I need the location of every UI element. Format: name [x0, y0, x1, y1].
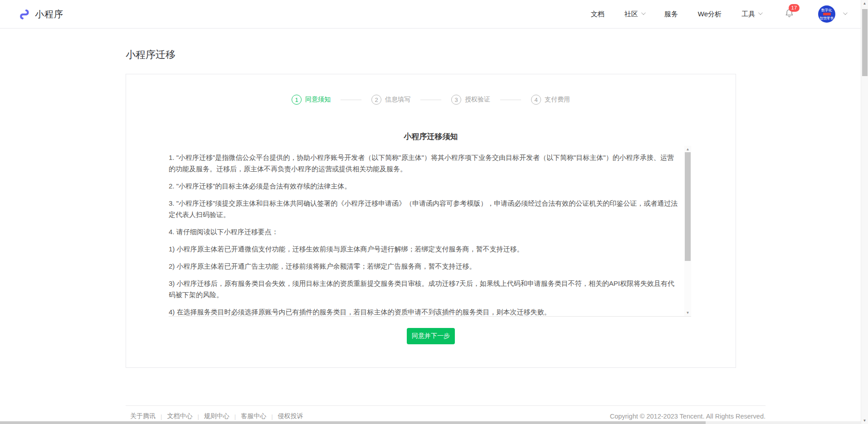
- footer-link-rules-center[interactable]: 规则中心: [204, 412, 229, 420]
- avatar-red-stamp: [823, 13, 831, 15]
- step-pay-fee: 4 支付费用: [531, 95, 570, 105]
- footer-link-about-tencent[interactable]: 关于腾讯: [130, 412, 156, 420]
- nav-tools-label: 工具: [741, 10, 755, 19]
- avatar-text-top: 数字化: [821, 8, 832, 12]
- nav-services[interactable]: 服务: [664, 10, 678, 19]
- notice-paragraph: 4. 请仔细阅读以下小程序迁移要点：: [169, 226, 679, 237]
- brand-name: 小程序: [35, 8, 63, 20]
- scroll-down-icon[interactable]: ▼: [684, 310, 691, 316]
- agree-next-button[interactable]: 同意并下一步: [407, 328, 455, 344]
- brand[interactable]: 小程序: [18, 8, 63, 20]
- notice-scroll-area[interactable]: 1. "小程序迁移"是指微信公众平台提供的，协助小程序账号开发者（以下简称"原主…: [169, 146, 691, 317]
- scroll-up-icon[interactable]: ▲: [684, 147, 691, 152]
- avatar-text-bottom: 智慧零售: [819, 16, 834, 20]
- chevron-down-icon: [758, 10, 763, 15]
- step-connector: [341, 100, 361, 100]
- scrollbar-thumb[interactable]: [862, 9, 868, 76]
- page-horizontal-scrollbar[interactable]: [0, 421, 861, 424]
- step-auth-verify: 3 授权验证: [451, 95, 490, 105]
- nav-community-label: 社区: [624, 10, 638, 19]
- nav-docs-label: 文档: [591, 10, 605, 19]
- scrollbar-thumb[interactable]: [0, 421, 706, 424]
- step-label: 授权验证: [465, 96, 490, 104]
- footer-links: 关于腾讯| 文档中心| 规则中心| 客服中心| 侵权投诉: [126, 412, 303, 420]
- nav-docs[interactable]: 文档: [591, 10, 605, 19]
- scrollbar-thumb[interactable]: [685, 152, 691, 261]
- step-circle: 3: [451, 95, 461, 105]
- scroll-down-icon[interactable]: ▼: [861, 419, 868, 423]
- notice-scrollbar[interactable]: ▲ ▼: [684, 146, 691, 317]
- footer-link-doc-center[interactable]: 文档中心: [167, 412, 192, 420]
- notification-bell[interactable]: 17: [784, 8, 795, 20]
- stepper: 1 同意须知 2 信息填写 3 授权验证 4 支付费用: [126, 95, 736, 105]
- chevron-down-icon: [641, 10, 646, 15]
- top-nav: 文档 社区 服务 We分析 工具 17 数字化 智慧零售: [591, 5, 846, 23]
- page-title: 小程序迁移: [126, 48, 176, 62]
- notice-paragraph: 2) 小程序原主体若已开通广告主功能，迁移前须将账户余额清零；若绑定广告服务商，…: [169, 260, 679, 272]
- migration-card: 1 同意须知 2 信息填写 3 授权验证 4 支付费用 小程序迁移须知 1. "…: [126, 74, 736, 368]
- footer-separator: |: [197, 413, 199, 420]
- avatar: 数字化 智慧零售: [818, 5, 835, 23]
- footer-link-support-center[interactable]: 客服中心: [241, 412, 266, 420]
- step-circle: 4: [531, 95, 541, 105]
- scroll-up-icon[interactable]: ▲: [861, 1, 868, 5]
- nav-we-analytics-label: We分析: [698, 10, 722, 19]
- notice-paragraph: 2. "小程序迁移"的目标主体必须是合法有效存续的法律主体。: [169, 180, 679, 192]
- step-label: 支付费用: [545, 96, 570, 104]
- step-label: 同意须知: [305, 96, 331, 104]
- step-circle: 1: [292, 95, 302, 105]
- notification-badge: 17: [789, 4, 800, 12]
- footer: 关于腾讯| 文档中心| 规则中心| 客服中心| 侵权投诉 Copyright ©…: [126, 412, 766, 420]
- nav-tools[interactable]: 工具: [741, 10, 761, 19]
- notice-paragraph: 4) 在选择服务类目时必须选择原账号内已有插件的服务类目，若目标主体的资质申请不…: [169, 306, 679, 317]
- notice-paragraph: 3) 小程序迁移后，原有服务类目会失效，须用目标主体的资质重新提交服务类目审核。…: [169, 278, 679, 300]
- step-agree-notice: 1 同意须知: [292, 95, 331, 105]
- notice-paragraph: 3. "小程序迁移"须提交原主体和目标主体共同确认签署的《小程序迁移申请函》（申…: [169, 198, 679, 220]
- navbar: 小程序 文档 社区 服务 We分析 工具 17 数字化 智慧零售: [0, 0, 868, 29]
- footer-divider: [126, 405, 766, 406]
- footer-separator: |: [271, 413, 273, 420]
- chevron-down-icon: [843, 10, 848, 15]
- step-connector: [500, 100, 521, 100]
- notice-paragraph: 1) 小程序原主体若已开通微信支付功能，迁移生效前须与原主体商户号进行解绑；若绑…: [169, 243, 679, 255]
- copyright: Copyright © 2012-2023 Tencent. All Right…: [610, 413, 766, 420]
- step-label: 信息填写: [385, 96, 410, 104]
- miniprogram-logo-icon: [18, 8, 30, 20]
- footer-separator: |: [234, 413, 236, 420]
- nav-community[interactable]: 社区: [624, 10, 644, 19]
- step-connector: [420, 100, 441, 100]
- notice-heading: 小程序迁移须知: [126, 131, 736, 142]
- page-vertical-scrollbar[interactable]: ▲ ▼: [861, 0, 868, 424]
- footer-link-infringement-complaint[interactable]: 侵权投诉: [278, 412, 303, 420]
- nav-services-label: 服务: [664, 10, 678, 19]
- account-menu[interactable]: 数字化 智慧零售: [818, 5, 846, 23]
- notice-paragraph: 1. "小程序迁移"是指微信公众平台提供的，协助小程序账号开发者（以下简称"原主…: [169, 152, 679, 174]
- step-circle: 2: [371, 95, 381, 105]
- step-fill-info: 2 信息填写: [371, 95, 410, 105]
- nav-we-analytics[interactable]: We分析: [698, 10, 722, 19]
- footer-separator: |: [161, 413, 162, 420]
